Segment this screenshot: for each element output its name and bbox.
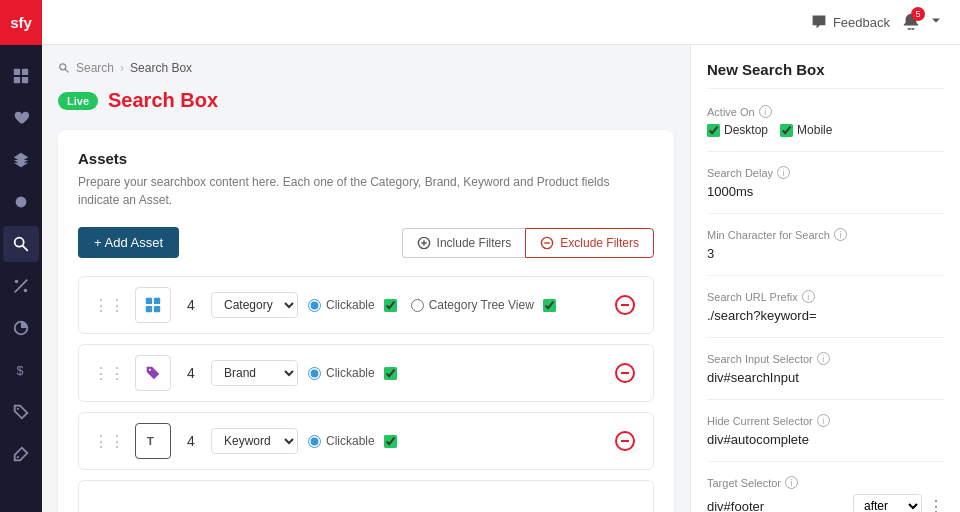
info-icon[interactable]: i bbox=[777, 166, 790, 179]
clickable-checkbox[interactable] bbox=[384, 299, 397, 312]
breadcrumb-current: Search Box bbox=[130, 61, 192, 75]
asset-type-select[interactable]: Brand Category Keyword Product bbox=[211, 360, 298, 386]
svg-rect-0 bbox=[14, 69, 20, 75]
svg-rect-2 bbox=[14, 77, 20, 83]
svg-text:$: $ bbox=[17, 364, 24, 378]
svg-rect-23 bbox=[154, 298, 160, 304]
sidebar-item-tag-tl[interactable] bbox=[3, 394, 39, 430]
info-icon[interactable]: i bbox=[785, 476, 798, 489]
svg-rect-24 bbox=[146, 306, 152, 312]
desktop-checkbox[interactable] bbox=[707, 124, 720, 137]
asset-options: Clickable bbox=[308, 366, 601, 380]
page-title: Search Box bbox=[108, 89, 218, 112]
search-input-selector-value: div#searchInput bbox=[707, 370, 944, 385]
topbar: Feedback 5 bbox=[42, 0, 960, 45]
main-content: Search › Search Box Live Search Box Asse… bbox=[42, 45, 690, 512]
remove-asset-button[interactable] bbox=[611, 427, 639, 455]
more-options-icon[interactable]: ⋮ bbox=[928, 497, 944, 513]
min-character-label: Min Character for Search i bbox=[707, 228, 944, 241]
breadcrumb: Search › Search Box bbox=[58, 61, 674, 75]
sidebar-item-chart[interactable] bbox=[3, 310, 39, 346]
account-menu-button[interactable] bbox=[928, 13, 944, 32]
sidebar-item-wand[interactable] bbox=[3, 268, 39, 304]
asset-row: ⋮⋮ 4 Brand Category Keyword Product Clic… bbox=[78, 344, 654, 402]
min-character-value: 3 bbox=[707, 246, 944, 261]
drag-handle-icon[interactable]: ⋮⋮ bbox=[93, 296, 125, 315]
asset-row: ⋮⋮ 4 Category Brand Keyword Product Clic… bbox=[78, 276, 654, 334]
clickable-checkbox[interactable] bbox=[384, 435, 397, 448]
info-icon[interactable]: i bbox=[834, 228, 847, 241]
notification-badge: 5 bbox=[911, 7, 925, 21]
drag-handle-icon[interactable]: ⋮⋮ bbox=[93, 364, 125, 383]
remove-asset-button[interactable] bbox=[611, 291, 639, 319]
asset-options: Clickable bbox=[308, 434, 601, 448]
svg-point-28 bbox=[149, 369, 151, 371]
search-input-selector-label: Search Input Selector i bbox=[707, 352, 944, 365]
svg-rect-22 bbox=[146, 298, 152, 304]
position-select[interactable]: after before inside bbox=[853, 494, 922, 512]
clickable-radio[interactable]: Clickable bbox=[308, 366, 397, 380]
svg-point-14 bbox=[17, 456, 19, 458]
search-delay-value: 1000ms bbox=[707, 184, 944, 199]
clickable-checkbox[interactable] bbox=[384, 367, 397, 380]
active-on-checkboxes: Desktop Mobile bbox=[707, 123, 944, 137]
svg-rect-3 bbox=[22, 77, 28, 83]
sidebar: sfy $ bbox=[0, 0, 42, 512]
info-icon[interactable]: i bbox=[817, 352, 830, 365]
asset-row: ⋮⋮ T 4 Keyword Category Brand Product Cl… bbox=[78, 412, 654, 470]
svg-line-16 bbox=[65, 69, 68, 72]
tree-view-checkbox[interactable] bbox=[543, 299, 556, 312]
clickable-radio[interactable]: Clickable bbox=[308, 434, 397, 448]
search-delay-field: Search Delay i 1000ms bbox=[707, 166, 944, 214]
sidebar-item-heart[interactable] bbox=[3, 100, 39, 136]
assets-card: Assets Prepare your searchbox content he… bbox=[58, 130, 674, 512]
target-selector-field: Target Selector i div#footer after befor… bbox=[707, 476, 944, 512]
asset-count: 4 bbox=[181, 365, 201, 381]
action-row: + Add Asset Include Filters Exclude Filt… bbox=[78, 227, 654, 258]
active-on-field: Active On i Desktop Mobile bbox=[707, 105, 944, 152]
search-input-selector-field: Search Input Selector i div#searchInput bbox=[707, 352, 944, 400]
logo: sfy bbox=[0, 0, 42, 45]
sidebar-item-tag-bl[interactable] bbox=[3, 436, 39, 472]
svg-point-13 bbox=[17, 408, 19, 410]
clickable-radio[interactable]: Clickable bbox=[308, 298, 397, 312]
mobile-checkbox[interactable] bbox=[780, 124, 793, 137]
asset-type-icon-tag bbox=[135, 355, 171, 391]
svg-rect-1 bbox=[22, 69, 28, 75]
desktop-checkbox-label[interactable]: Desktop bbox=[707, 123, 768, 137]
asset-type-icon-grid bbox=[135, 287, 171, 323]
target-selector-row: div#footer after before inside ⋮ bbox=[707, 494, 944, 512]
tree-view-radio[interactable]: Category Tree View bbox=[411, 298, 556, 312]
info-icon[interactable]: i bbox=[817, 414, 830, 427]
asset-type-icon-text: T bbox=[135, 423, 171, 459]
sidebar-item-grid[interactable] bbox=[3, 58, 39, 94]
info-icon[interactable]: i bbox=[759, 105, 772, 118]
remove-asset-button[interactable] bbox=[611, 359, 639, 387]
svg-rect-25 bbox=[154, 306, 160, 312]
svg-text:T: T bbox=[147, 434, 155, 447]
panel-title: New Search Box bbox=[707, 61, 944, 89]
asset-type-select[interactable]: Category Brand Keyword Product bbox=[211, 292, 298, 318]
include-filters-button[interactable]: Include Filters bbox=[402, 228, 526, 258]
drag-handle-icon[interactable]: ⋮⋮ bbox=[93, 432, 125, 451]
notification-button[interactable]: 5 bbox=[902, 12, 920, 33]
status-badge: Live bbox=[58, 92, 98, 110]
hide-current-selector-label: Hide Current Selector i bbox=[707, 414, 944, 427]
assets-heading: Assets bbox=[78, 150, 654, 167]
min-character-field: Min Character for Search i 3 bbox=[707, 228, 944, 276]
breadcrumb-separator: › bbox=[120, 61, 124, 75]
feedback-button[interactable]: Feedback bbox=[811, 14, 890, 30]
sidebar-item-layers[interactable] bbox=[3, 142, 39, 178]
sidebar-item-search[interactable] bbox=[3, 226, 39, 262]
mobile-checkbox-label[interactable]: Mobile bbox=[780, 123, 832, 137]
info-icon[interactable]: i bbox=[802, 290, 815, 303]
breadcrumb-parent[interactable]: Search bbox=[76, 61, 114, 75]
sidebar-item-puzzle[interactable] bbox=[3, 184, 39, 220]
sidebar-item-dollar[interactable]: $ bbox=[3, 352, 39, 388]
asset-type-select[interactable]: Keyword Category Brand Product bbox=[211, 428, 298, 454]
exclude-filters-button[interactable]: Exclude Filters bbox=[525, 228, 654, 258]
svg-point-10 bbox=[24, 289, 28, 293]
add-asset-button[interactable]: + Add Asset bbox=[78, 227, 179, 258]
asset-count: 4 bbox=[181, 433, 201, 449]
partial-row bbox=[78, 480, 654, 512]
